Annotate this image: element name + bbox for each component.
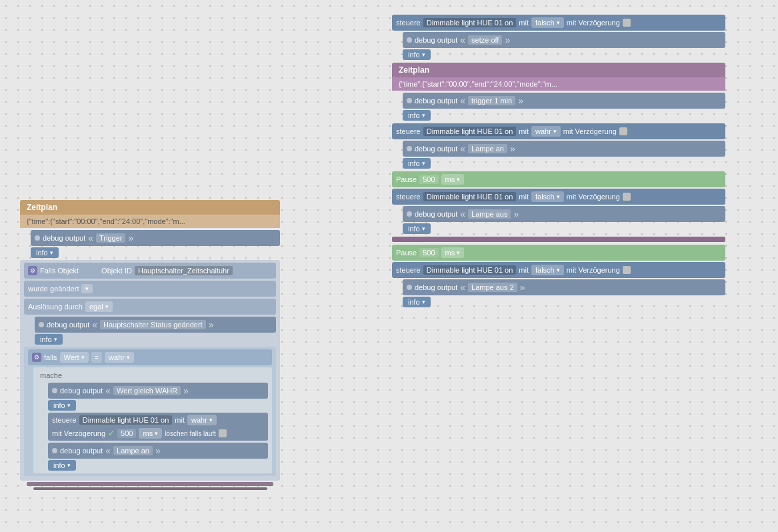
info-right-5[interactable]: info (403, 297, 431, 307)
falsch3-dropdown[interactable]: falsch (531, 191, 564, 202)
info-btn-1-wrapper: info (31, 247, 280, 258)
info-button-1[interactable]: info (31, 247, 59, 258)
debug-lampe-aus-row: debug output « Lampe aus » (403, 206, 725, 222)
ausloesung-row: Auslösung durch egal (24, 299, 276, 315)
wert-dropdown[interactable]: Wert (60, 352, 89, 363)
falsch4-dropdown[interactable]: falsch (531, 265, 564, 275)
equals-btn[interactable]: = (91, 352, 102, 363)
connector-dot (407, 211, 412, 217)
info-btn-4-wrapper: info (48, 460, 268, 471)
info-btn-2-wrapper: info (35, 334, 276, 345)
wurde-geaendert-row: wurde geändert (24, 281, 276, 297)
mache-container: mache debug output « Wert gleich WAHR » … (33, 367, 272, 473)
ms-dropdown[interactable]: ms (139, 428, 162, 439)
debug-hauptschalter-row: debug output « Hauptschalter Status geän… (35, 317, 276, 333)
verzoegerung-checkbox-4[interactable] (623, 266, 631, 274)
verzoegerung-checkbox-1[interactable] (623, 19, 631, 27)
info-r5-wrapper: info (403, 297, 725, 307)
wahr-dropdown[interactable]: wahr (105, 352, 134, 363)
info-right-4[interactable]: info (403, 223, 431, 234)
loeschen-checkbox[interactable] (219, 429, 227, 437)
zeitplan-schedule-left: {"time":{"start":"00:00","end":"24:00","… (20, 215, 280, 228)
info-r3-wrapper: info (403, 158, 725, 169)
wahr2-dropdown[interactable]: wahr (531, 126, 561, 137)
checkmark-icon: ✓ (108, 429, 115, 438)
connector-dot (39, 322, 44, 327)
pause1-row: Pause 500 ms (392, 171, 725, 187)
debug-lampe-an-row: debug output « Lampe an » (48, 443, 268, 459)
verzoegerung-checkbox-3[interactable] (623, 193, 631, 201)
debug-trigger-row: debug output « Trigger » (31, 230, 280, 246)
right-purple-bar (392, 237, 725, 242)
debug-setze-off-row: debug output « setze off » (403, 32, 725, 48)
debug-lampe-aus2-row: debug output « Lampe aus 2 » (403, 279, 725, 295)
steuere1-row: steuere Dimmable light HUE 01 on mit fal… (392, 15, 725, 31)
info-right-1[interactable]: info (403, 49, 431, 60)
steuere4-row: steuere Dimmable light HUE 01 on mit fal… (392, 262, 725, 278)
debug-lampe-an-right-row: debug output « Lampe an » (403, 141, 725, 157)
left-panel: Zeitplan {"time":{"start":"00:00","end":… (20, 200, 280, 490)
falls-objekt-container: ⚙ Falls Objekt Objekt ID Hauptschalter_Z… (20, 260, 280, 481)
connector-dot (407, 285, 412, 290)
info-r1-wrapper: info (403, 49, 725, 60)
gear-icon-2: ⚙ (32, 353, 41, 362)
info-button-4[interactable]: info (48, 460, 76, 471)
bottom-purple-bar-2 (33, 487, 267, 490)
gear-icon: ⚙ (28, 266, 37, 275)
info-btn-3-wrapper: info (48, 400, 268, 411)
steuere-delay-row: steuere Dimmable light HUE 01 on mit wah… (48, 413, 268, 441)
zeitplan2-schedule: {"time":{"start":"00:00","end":"24:00","… (392, 77, 725, 91)
right-panel: steuere Dimmable light HUE 01 on mit fal… (392, 15, 725, 310)
steuere3-row: steuere Dimmable light HUE 01 on mit fal… (392, 189, 725, 205)
info-r2-wrapper: info (403, 110, 725, 121)
info-r4-wrapper: info (403, 223, 725, 234)
connector-dot (35, 235, 40, 241)
wurde-dropdown[interactable] (81, 284, 93, 293)
zeitplan-title-left: Zeitplan (20, 200, 280, 215)
falls-inner-row: ⚙ falls Wert = wahr (28, 349, 272, 365)
ausloesung-dropdown[interactable]: egal (85, 301, 113, 312)
connector-dot (52, 448, 57, 453)
debug-wert-row: debug output « Wert gleich WAHR » (48, 383, 268, 399)
falls-inner-container: ⚙ falls Wert = wahr mache debug output «… (24, 347, 276, 476)
pause2-row: Pause 500 ms (392, 245, 725, 261)
wahr-val-dropdown[interactable]: wahr (187, 415, 217, 425)
info-right-3[interactable]: info (403, 158, 431, 169)
pause2-unit-dropdown[interactable]: ms (441, 247, 465, 258)
connector-dot (407, 98, 412, 103)
bottom-purple-bar (27, 482, 274, 486)
info-right-2[interactable]: info (403, 110, 431, 121)
connector-dot (52, 388, 57, 393)
connector-dot (407, 37, 412, 43)
info-button-2[interactable]: info (35, 334, 63, 345)
falls-objekt-row: ⚙ Falls Objekt Objekt ID Hauptschalter_Z… (24, 263, 276, 279)
mache-label: mache (37, 370, 268, 381)
info-button-3[interactable]: info (48, 400, 76, 411)
zeitplan2-title: Zeitplan (392, 63, 725, 77)
connector-dot (407, 146, 412, 151)
falsch1-dropdown[interactable]: falsch (531, 17, 564, 28)
pause1-unit-dropdown[interactable]: ms (441, 174, 465, 185)
debug-trigger-min-row: debug output « trigger 1 min » (403, 93, 725, 109)
steuere2-row: steuere Dimmable light HUE 01 on mit wah… (392, 123, 725, 139)
verzoegerung-checkbox-2[interactable] (619, 127, 627, 135)
